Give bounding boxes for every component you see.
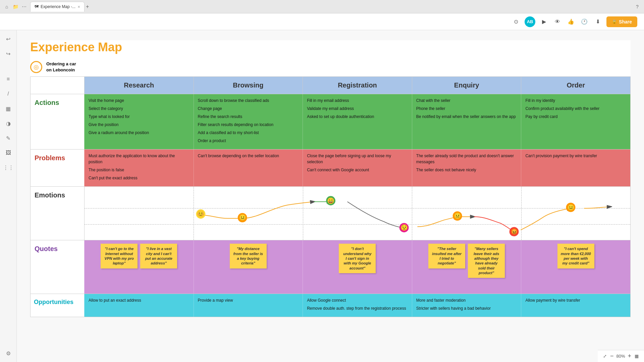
list-item: Allow to put an exact address [89,297,190,303]
eye-icon[interactable]: 👁 [553,17,562,26]
brand-logo: ◎ [30,61,42,73]
sidebar-grid-icon[interactable]: ⋮⋮ [3,162,14,173]
list-item: Scroll down to browse the classified ads [198,98,299,104]
sticky-note: "I don't understand why I can't sign in … [339,244,376,273]
svg-text:😐: 😐 [239,214,247,222]
emotions-svg: 😊 😐 😄 😟 😐 [85,187,630,240]
quotes-row: Quotes "I can't go to the Internet witho… [31,240,630,294]
list-item: Allow payment by wire transfer [525,297,626,303]
list-item: Provide a map view [198,297,299,303]
list-item: Asked to set up double authentication [307,114,408,120]
experience-table: Research Browsing Registration Enquiry O… [30,76,631,317]
list-item: Filter search results depending on locat… [198,122,299,128]
sticky-note: "Many sellers leave their ads although t… [468,244,505,278]
tab-menu-icon[interactable]: ⋯ [21,3,28,10]
actions-registration: Fill in my email address Validate my ema… [303,94,412,149]
avatar[interactable]: AB [525,16,535,27]
home-icon[interactable]: ⌂ [3,3,10,10]
emotions-canvas: 😊 😐 😄 😟 😐 [84,187,630,240]
zoom-level: 80% [616,354,625,359]
problems-row: Problems Must authorize the application … [31,149,630,186]
actions-label: Actions [31,94,84,149]
sidebar-table-icon[interactable]: ▦ [3,103,14,114]
list-item: Can't provision payment by wire transfer [525,153,626,159]
quotes-enquiry: "The seller insulted me after I tried to… [412,240,521,294]
svg-text:😐: 😐 [454,213,462,220]
svg-text:😊: 😊 [197,210,205,218]
list-item: Give the position [89,122,190,128]
thumbs-up-icon[interactable]: 👍 [566,17,576,26]
sidebar-settings-icon[interactable]: ⚙ [3,348,14,359]
browser-bar: ⌂ 📁 ⋯ 🗺 Experience Map -... ✕ + ? [0,0,644,13]
quotes-research: "I can't go to the Internet without VPN … [84,240,194,294]
svg-text:😄: 😄 [327,197,335,204]
list-item: The seller already sold the product and … [416,153,517,165]
actions-row: Actions Visit the home page Select the c… [31,94,630,149]
list-item: Validate my email address [307,106,408,112]
sidebar-draw-icon[interactable]: / [3,88,14,99]
svg-text:😡: 😡 [511,228,518,235]
header-enquiry: Enquiry [412,77,521,94]
opportunities-browsing: Provide a map view [194,294,303,317]
emotions-label: Emotions [31,187,84,240]
list-item: Chat with the seller [416,98,517,104]
expand-icon[interactable]: ⤢ [603,354,607,359]
folder-icon[interactable]: 📁 [12,3,19,10]
active-tab[interactable]: 🗺 Experience Map -... ✕ [30,2,85,12]
header-browsing: Browsing [194,77,303,94]
play-icon[interactable]: ▶ [539,17,549,26]
focus-mode-icon[interactable]: ⊙ [511,17,521,26]
header-row: Research Browsing Registration Enquiry O… [31,77,630,94]
list-item: Remove double auth. step from the regist… [307,305,408,311]
list-item: Change page [198,106,299,112]
zoom-out-button[interactable]: − [610,353,614,360]
list-item: Give a radium around the position [89,130,190,136]
quotes-label: Quotes [31,240,84,294]
list-item: The seller does not behave nicely [416,167,517,173]
sidebar-media-icon[interactable]: ◑ [3,118,14,129]
clock-icon[interactable]: 🕐 [580,17,589,26]
problems-research: Must authorize the application to know a… [84,149,194,186]
sidebar-edit-icon[interactable]: ✎ [3,133,14,143]
quotes-registration: "I don't understand why I can't sign in … [303,240,412,294]
sidebar-text-icon[interactable]: ≡ [3,74,14,84]
list-item: Can't browse depending on the seller loc… [198,153,299,159]
opportunities-research: Allow to put an exact address [84,294,194,317]
sticky-note: "My distance from the seller is a key bu… [230,244,267,268]
actions-enquiry: Chat with the seller Phone the seller Be… [412,94,521,149]
toolbar: ⊙ AB ▶ 👁 👍 🕐 ⬇ 🔒 Share [0,13,644,30]
problems-label: Problems [31,149,84,186]
grid-icon[interactable]: ▦ [635,354,639,359]
sidebar: ↩ ↪ ≡ / ▦ ◑ ✎ 🖼 ⋮⋮ ⚙ [0,30,17,362]
svg-text:😟: 😟 [400,224,408,232]
new-tab-button[interactable]: + [86,4,89,10]
actions-research: Visit the home page Select the category … [84,94,194,149]
header-order: Order [521,77,630,94]
problems-enquiry: The seller already sold the product and … [412,149,521,186]
quotes-order: "I can't spend more than €2,000 per week… [521,240,630,294]
experience-map: Experience Map ◎ Ordering a caron Lebonc… [30,40,631,317]
sidebar-image-icon[interactable]: 🖼 [3,147,14,158]
list-item: Close the page before signing up and loo… [307,153,408,165]
list-item: Allow Google connect [307,297,408,303]
canvas[interactable]: Experience Map ◎ Ordering a caron Lebonc… [17,30,644,362]
sidebar-forward-icon[interactable]: ↪ [3,48,14,59]
zoom-in-button[interactable]: + [628,353,631,360]
list-item: Must authorize the application to know a… [89,153,190,165]
opportunities-enquiry: More and faster moderation Stricter with… [412,294,521,317]
list-item: Fill in my identity [525,98,626,104]
list-item: Select the category [89,106,190,112]
share-button[interactable]: 🔒 Share [606,16,637,27]
list-item: Can't put the exact address [89,175,190,181]
sidebar-back-icon[interactable]: ↩ [3,34,14,44]
tab-close-button[interactable]: ✕ [77,5,80,9]
tab-bar: 🗺 Experience Map -... ✕ + [30,2,631,12]
list-item: Visit the home page [89,98,190,104]
svg-text:😐: 😐 [567,204,575,211]
emotions-row: Emotions [31,186,630,240]
sticky-note: "I live in a vast city and I can't put a… [140,244,177,268]
download-icon[interactable]: ⬇ [593,17,602,26]
list-item: More and faster moderation [416,297,517,303]
problems-browsing: Can't browse depending on the seller loc… [194,149,303,186]
help-icon[interactable]: ? [634,3,641,10]
